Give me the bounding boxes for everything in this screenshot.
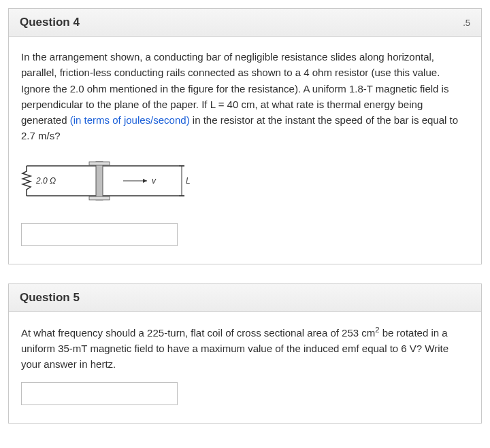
question-text: At what frequency should a 225-turn, fla… <box>21 324 469 373</box>
svg-marker-6 <box>143 179 147 183</box>
question-points: .5 <box>463 18 470 28</box>
resistor-label: 2.0 Ω <box>35 176 56 186</box>
question-card-4: Question 4 .5 In the arrangement shown, … <box>8 8 482 264</box>
length-label: L <box>186 176 191 186</box>
svg-rect-4 <box>89 196 110 200</box>
circuit-svg: 2.0 Ω v L <box>21 156 191 205</box>
svg-rect-2 <box>96 162 103 200</box>
question-title: Question 4 <box>20 16 80 29</box>
svg-rect-3 <box>89 162 110 165</box>
question-card-5: Question 5 At what frequency should a 22… <box>8 283 482 424</box>
answer-input-q5[interactable] <box>21 382 178 405</box>
velocity-label: v <box>152 176 157 186</box>
question-header: Question 4 .5 <box>9 9 481 37</box>
question-body: At what frequency should a 225-turn, fla… <box>9 312 481 423</box>
question-header: Question 5 <box>9 284 481 312</box>
question-body: In the arrangement shown, a conducting b… <box>9 37 481 264</box>
text-segment: At what frequency should a 225-turn, fla… <box>21 327 375 339</box>
hint-text: (in terms of joules/second) <box>70 114 190 126</box>
answer-input-q4[interactable] <box>21 223 178 246</box>
question-text: In the arrangement shown, a conducting b… <box>21 49 469 144</box>
circuit-figure: 2.0 Ω v L <box>21 156 469 209</box>
question-title: Question 5 <box>20 291 80 305</box>
